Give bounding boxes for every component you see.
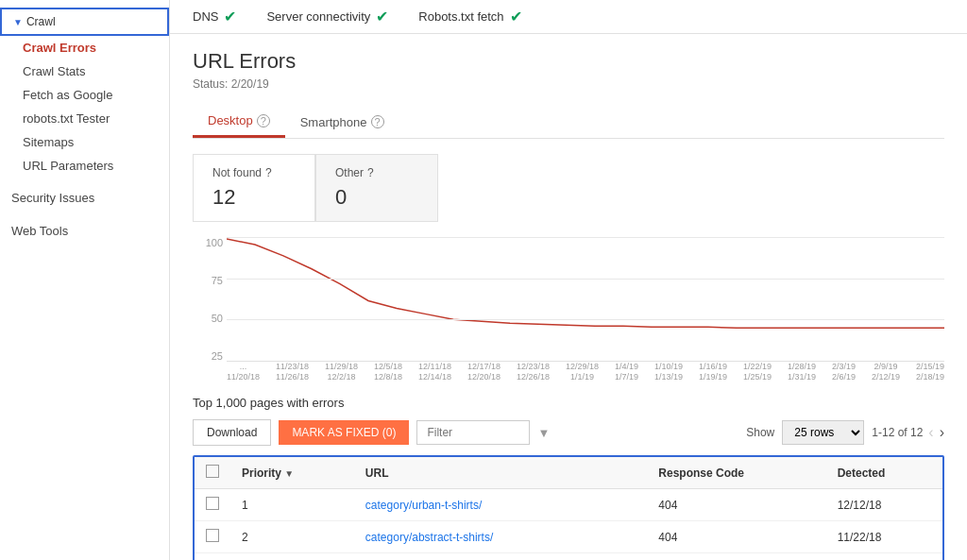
status-dns-label: DNS <box>193 9 218 24</box>
x-label: 12/23/1812/26/18 <box>517 362 550 388</box>
sidebar-item-fetch-as-google[interactable]: Fetch as Google <box>0 83 169 107</box>
cell-url: category/abstract-t-shirts/ <box>354 521 647 553</box>
table-row: 2 category/abstract-t-shirts/ 404 11/22/… <box>195 521 942 553</box>
x-label: 12/11/1812/14/18 <box>418 362 451 388</box>
chart-area <box>227 237 944 362</box>
y-label: 25 <box>212 350 223 362</box>
x-label: 1/10/191/13/19 <box>654 362 683 388</box>
table-row: 3 category/music-t-shirts/page/5/ 404 2/… <box>195 553 942 561</box>
cell-priority: 3 <box>230 553 354 561</box>
chart-container: 100 75 50 25 ...11/20/18 11/23/181 <box>193 237 944 388</box>
y-label: 75 <box>212 275 223 286</box>
cell-response-code: 404 <box>647 489 825 521</box>
tab-desktop[interactable]: Desktop ? <box>193 106 285 138</box>
metric-other-label: Other <box>335 166 364 179</box>
sidebar-item-crawl-stats[interactable]: Crawl Stats <box>0 59 169 83</box>
row-checkbox[interactable] <box>206 529 219 542</box>
cell-detected: 2/7/19 <box>826 553 942 561</box>
errors-table: Priority ▼ URL Response Code Detected 1 … <box>195 457 942 560</box>
actions-row: Download MARK AS FIXED (0) ▼ Show 25 row… <box>193 419 944 446</box>
sidebar-item-label: Sitemaps <box>23 135 74 149</box>
tabs: Desktop ? Smartphone ? <box>193 106 944 139</box>
col-detected: Detected <box>826 457 942 489</box>
x-label: 12/29/181/1/19 <box>566 362 599 388</box>
status-server-connectivity: Server connectivity ✔ <box>259 4 411 29</box>
sidebar: ▼ Crawl Crawl Errors Crawl Stats Fetch a… <box>0 0 170 560</box>
status-robots-fetch: Robots.txt fetch ✔ <box>411 4 544 29</box>
col-response-code: Response Code <box>647 457 825 489</box>
download-button[interactable]: Download <box>193 419 271 446</box>
section-label: Top 1,000 pages with errors <box>193 396 944 410</box>
x-label: ...11/20/18 <box>227 362 260 388</box>
y-label: 100 <box>206 237 223 248</box>
cell-detected: 12/12/18 <box>826 489 942 521</box>
x-label: 12/17/1812/20/18 <box>467 362 500 388</box>
cell-checkbox <box>195 521 230 553</box>
x-label: 1/28/191/31/19 <box>788 362 816 388</box>
cell-priority: 2 <box>230 521 354 553</box>
table-row: 1 category/urban-t-shirts/ 404 12/12/18 <box>195 489 942 521</box>
select-all-checkbox[interactable] <box>206 465 219 478</box>
sidebar-item-label: Web Tools <box>11 224 68 238</box>
sidebar-item-sitemaps[interactable]: Sitemaps <box>0 130 169 154</box>
cell-detected: 11/22/18 <box>826 521 942 553</box>
cell-priority: 1 <box>230 489 354 521</box>
sort-icon: ▼ <box>284 468 294 479</box>
sidebar-item-label: Security Issues <box>11 191 94 205</box>
metric-other-value: 0 <box>335 185 418 210</box>
tab-smartphone[interactable]: Smartphone ? <box>285 106 399 138</box>
x-label: 2/15/192/18/19 <box>916 362 944 388</box>
x-label: 1/4/191/7/19 <box>615 362 638 388</box>
cell-url: category/urban-t-shirts/ <box>354 489 647 521</box>
row-checkbox[interactable] <box>206 497 219 510</box>
sidebar-item-label: Crawl Errors <box>23 41 96 55</box>
filter-input[interactable] <box>416 420 530 445</box>
sidebar-section-crawl[interactable]: ▼ Crawl <box>0 8 169 36</box>
x-label: 11/29/1812/2/18 <box>325 362 358 388</box>
sidebar-item-security-issues[interactable]: Security Issues <box>0 185 169 211</box>
chart-x-labels: ...11/20/18 11/23/1811/26/18 11/29/1812/… <box>227 362 944 388</box>
metric-not-found-label: Not found <box>212 166 262 179</box>
sidebar-section-label: Crawl <box>26 15 56 28</box>
page-status: Status: 2/20/19 <box>193 77 944 91</box>
help-icon: ? <box>371 115 384 128</box>
x-label: 2/3/192/6/19 <box>832 362 856 388</box>
x-label: 1/16/191/19/19 <box>699 362 727 388</box>
check-circle-icon: ✔ <box>510 8 522 25</box>
next-page-button[interactable]: › <box>940 424 944 441</box>
chart-y-labels: 100 75 50 25 <box>193 237 227 362</box>
x-label: 12/5/1812/8/18 <box>374 362 402 388</box>
url-link[interactable]: category/urban-t-shirts/ <box>365 499 482 512</box>
mark-fixed-button[interactable]: MARK AS FIXED (0) <box>279 420 409 445</box>
sidebar-item-label: Fetch as Google <box>23 88 112 102</box>
prev-page-button[interactable]: ‹ <box>928 424 933 441</box>
help-icon: ? <box>257 114 270 127</box>
x-label: 1/22/191/25/19 <box>743 362 772 388</box>
sidebar-item-url-parameters[interactable]: URL Parameters <box>0 154 169 178</box>
sidebar-item-robots-tester[interactable]: robots.txt Tester <box>0 107 169 130</box>
status-robots-label: Robots.txt fetch <box>418 9 503 24</box>
show-label: Show <box>746 426 774 439</box>
cell-url: category/music-t-shirts/page/5/ <box>354 553 647 561</box>
help-icon: ? <box>265 166 272 179</box>
rows-select[interactable]: 25 rows 50 rows 100 rows <box>782 420 864 445</box>
x-label: 2/9/192/12/19 <box>872 362 900 388</box>
sidebar-item-web-tools[interactable]: Web Tools <box>0 218 169 244</box>
col-priority[interactable]: Priority ▼ <box>230 457 354 489</box>
metric-not-found[interactable]: Not found ? 12 <box>193 154 315 222</box>
check-circle-icon: ✔ <box>224 8 236 25</box>
col-checkbox <box>195 457 230 489</box>
metric-other[interactable]: Other ? 0 <box>315 154 438 222</box>
chevron-down-icon: ▼ <box>13 17 23 27</box>
url-link[interactable]: category/abstract-t-shirts/ <box>365 531 493 544</box>
status-server-label: Server connectivity <box>266 9 370 24</box>
table-container: Priority ▼ URL Response Code Detected 1 … <box>193 455 944 560</box>
pagination: 1-12 of 12 ‹ › <box>872 424 944 441</box>
col-url: URL <box>354 457 647 489</box>
status-bar: DNS ✔ Server connectivity ✔ Robots.txt f… <box>170 0 967 34</box>
status-dns: DNS ✔ <box>185 4 259 29</box>
sidebar-item-crawl-errors[interactable]: Crawl Errors <box>0 36 169 59</box>
metric-not-found-value: 12 <box>212 185 296 210</box>
cell-response-code: 404 <box>647 553 825 561</box>
sidebar-item-label: Crawl Stats <box>23 64 85 78</box>
